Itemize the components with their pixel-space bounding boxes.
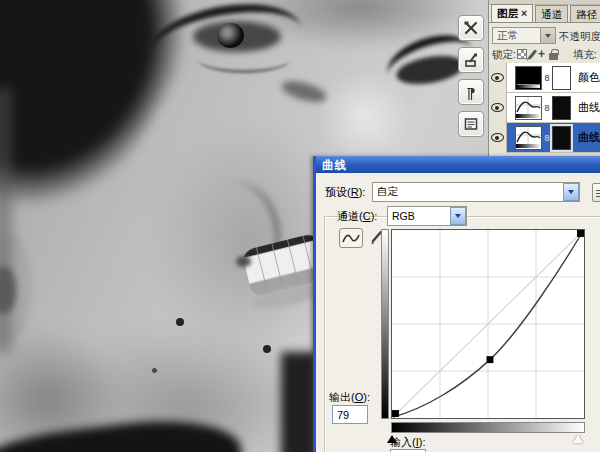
mini-curve-icon [516,97,541,119]
channel-label: 通道(C): [337,209,377,224]
layer-mask-thumbnail[interactable] [552,96,571,120]
preset-label: 预设(R): [325,185,365,200]
blend-mode-row: 正常 不透明度: [489,24,600,46]
panel-icon-strip: ¶ [458,0,486,156]
chevron-down-icon[interactable] [563,183,579,201]
shoulder-shape [281,352,317,452]
curves-layer-thumbnail[interactable] [515,96,542,120]
curve-plot [392,230,584,418]
input-gradient-bar [391,422,585,433]
curve-point-icon [342,232,360,244]
blend-mode-select[interactable]: 正常 [492,27,556,44]
photoshop-workspace: ¶ 图层× 通道 路径 正常 [0,0,600,452]
layer-name[interactable]: 曲线 1 [578,100,600,115]
tab-paths[interactable]: 路径 [570,5,600,22]
input-label: 输入(I): [390,435,425,450]
lock-label: 锁定: [492,48,516,62]
mole [152,368,157,373]
highlight-input-slider[interactable] [573,435,583,443]
thumbnail-slider-bar [517,84,540,88]
channel-select[interactable]: RGB [387,206,467,226]
channel-value: RGB [388,210,450,222]
brush-cup-icon [463,52,479,68]
mouth-corner [236,256,251,267]
panel-tabs: 图层× 通道 路径 [489,5,600,23]
output-label: 输出(O): [329,390,370,405]
link-icon: 8 [542,133,552,143]
paragraph-icon: ¶ [467,84,475,101]
tab-paths-label: 路径 [576,8,597,20]
curve-grid[interactable] [391,229,585,419]
layer-comps-panel-button[interactable] [458,111,484,137]
output-value-field[interactable] [332,405,368,424]
curve-point-mode-button[interactable] [339,228,363,248]
edge-shadow [0,88,12,353]
lock-paint-icon[interactable] [528,49,537,59]
curves-layer-thumbnail[interactable] [515,126,542,150]
curve-point-selected[interactable] [487,356,494,363]
layer-row-curves-1[interactable]: 8 曲线 1 [489,93,600,123]
lock-row: 锁定: + 填充: [489,46,600,63]
fill-layer-thumbnail[interactable] [515,66,542,90]
preset-options-button[interactable] [592,183,600,202]
layer-mask-thumbnail[interactable] [552,126,571,150]
layer-row-color-fill[interactable]: 8 颜色填充 [489,63,600,93]
lock-transparency-icon[interactable] [517,49,527,59]
lock-all-icon[interactable] [549,53,558,60]
lock-move-icon[interactable]: + [538,49,545,59]
blend-mode-value: 正常 [493,29,540,43]
output-gradient-bar [381,229,389,419]
layer-mask-thumbnail[interactable] [552,66,571,90]
crossed-tools-icon [463,20,479,36]
tab-layers-label: 图层 [497,7,518,19]
preset-value: 自定 [373,185,563,199]
mole [263,345,271,353]
layers-panel: 图层× 通道 路径 正常 不透明度: 锁定: + 填充: [488,0,600,156]
eyelid-shape [198,46,290,73]
link-icon: 8 [542,73,552,83]
eye-icon[interactable] [491,103,504,112]
eye-icon[interactable] [491,73,504,82]
curve-point-shadow[interactable] [392,410,399,417]
link-icon: 8 [542,103,552,113]
dialog-title-bar[interactable]: 曲线 [316,156,600,173]
layer-name[interactable]: 曲线 2 [578,130,600,145]
eye-shape [217,23,244,48]
crossed-tools-button[interactable] [458,15,484,41]
layer-name[interactable]: 颜色填充 [578,70,600,85]
chevron-down-icon[interactable] [540,28,555,43]
tab-channels[interactable]: 通道 [535,5,568,22]
chevron-down-icon[interactable] [450,207,466,225]
opacity-label: 不透明度: [559,30,600,44]
eye-icon[interactable] [491,133,504,142]
preset-select[interactable]: 自定 [372,182,580,202]
mole [176,318,184,326]
paragraph-panel-button[interactable]: ¶ [458,79,484,105]
tab-layers[interactable]: 图层× [491,4,533,22]
layer-list: 8 颜色填充 8 曲线 1 [489,63,600,153]
tab-channels-label: 通道 [541,8,562,20]
layer-row-curves-2[interactable]: 8 曲线 2 [489,123,600,153]
curve-point-highlight[interactable] [577,230,584,237]
curves-dialog: 曲线 预设(R): 自定 通道(C): RGB [313,156,600,452]
tab-close-icon[interactable]: × [521,7,527,19]
dialog-title: 曲线 [322,159,347,171]
visibility-cell[interactable] [489,123,507,153]
mini-curve-icon [516,127,541,149]
layer-comps-icon [463,116,479,132]
visibility-cell[interactable] [489,93,507,123]
brush-panel-button[interactable] [458,47,484,73]
visibility-cell[interactable] [489,63,507,93]
fill-label: 填充: [573,48,597,62]
